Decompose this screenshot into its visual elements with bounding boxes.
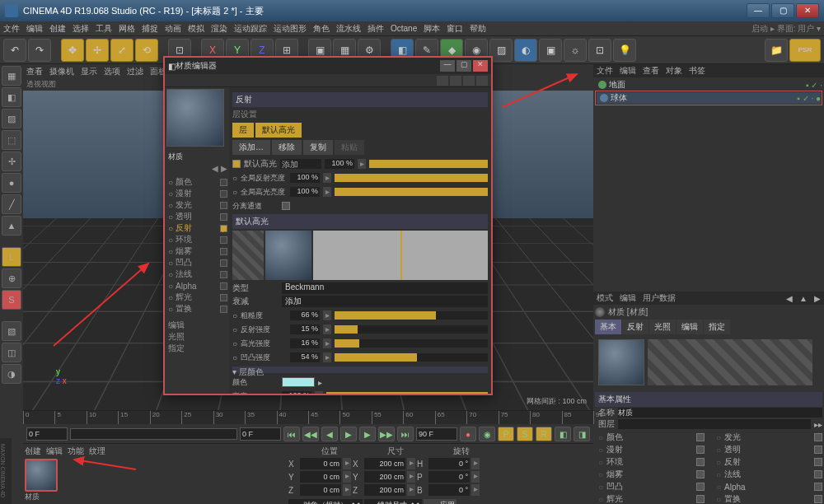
menu-item[interactable]: 角色 <box>313 23 330 35</box>
attr-channel-check[interactable] <box>696 446 705 454</box>
frame-end-field[interactable] <box>416 427 457 441</box>
attr-tab-editor[interactable]: 编辑 <box>677 320 703 334</box>
attr-nav-back[interactable]: ◀ <box>786 294 793 303</box>
channel-checkbox[interactable] <box>220 236 227 244</box>
dialog-max[interactable]: ▢ <box>456 60 471 72</box>
menu-item[interactable]: 文件 <box>3 23 20 35</box>
rot-field[interactable] <box>428 471 470 483</box>
attr-tab-assign[interactable]: 指定 <box>704 320 730 334</box>
snap-toggle[interactable]: ⊕ <box>2 268 21 288</box>
dlg-nav-up[interactable] <box>450 76 461 86</box>
point-mode[interactable]: ● <box>2 173 21 193</box>
dlg-nav-back[interactable] <box>437 76 448 86</box>
xray[interactable]: ◫ <box>2 343 21 362</box>
next-key[interactable]: ▶▶ <box>378 427 395 441</box>
blend-check[interactable] <box>232 160 241 168</box>
attr-channel-check[interactable] <box>696 458 705 466</box>
menu-item[interactable]: 运动图形 <box>274 23 307 35</box>
ch-assign[interactable]: 指定 <box>166 343 227 354</box>
object-mode[interactable]: ⬚ <box>2 130 21 150</box>
size-field[interactable] <box>364 471 405 483</box>
attr-tab-reflect[interactable]: 反射 <box>622 320 648 334</box>
autokey[interactable]: ◉ <box>479 427 495 441</box>
param-slider[interactable] <box>335 188 488 196</box>
layout-label[interactable]: 启动 ▸ 界面: 用户 ▾ <box>751 23 821 35</box>
misc-icon[interactable]: ◑ <box>2 364 21 384</box>
axis-mode[interactable]: ✢ <box>2 152 21 171</box>
channel-checkbox[interactable] <box>220 282 227 290</box>
attr-material-preview[interactable] <box>598 339 644 385</box>
attr-top-tab[interactable]: 用户数据 <box>643 292 676 304</box>
content-browser[interactable]: 📁 <box>765 39 788 62</box>
blend-spinner[interactable]: ▸ <box>358 159 366 169</box>
menu-item[interactable]: 插件 <box>368 23 384 35</box>
redo-button[interactable]: ↷ <box>28 39 51 62</box>
channel-checkbox[interactable] <box>220 271 227 278</box>
tree-item-floor[interactable]: 地面 ▪ ✓ · <box>595 79 822 91</box>
layer-picker[interactable]: ▸▸ <box>814 420 822 429</box>
spec-curve[interactable] <box>313 231 488 280</box>
attr-name-field[interactable] <box>618 408 822 418</box>
channel-item[interactable]: ○透明 <box>166 211 227 222</box>
layer-copy[interactable]: 复制 <box>303 140 333 155</box>
bright-spinner[interactable]: ▸ <box>315 391 323 394</box>
spinner[interactable]: ▸ <box>407 471 415 483</box>
key-rot[interactable]: R <box>536 427 552 441</box>
select-tool[interactable]: ✥ <box>61 39 84 62</box>
layer-color-chip[interactable] <box>282 377 315 387</box>
channel-item[interactable]: ○颜色 <box>166 176 227 188</box>
timeline-ruler[interactable]: 051015202530354045505560657075808590 <box>23 411 593 424</box>
channel-item[interactable]: ○置换 <box>166 303 227 315</box>
channel-checkbox[interactable] <box>220 213 227 221</box>
record-key[interactable]: ● <box>460 427 476 441</box>
pos-field[interactable] <box>300 458 341 469</box>
object-tree[interactable]: 地面 ▪ ✓ · 球体 ▪ ✓ · ● <box>593 77 824 292</box>
attr-channel-check[interactable] <box>814 458 822 466</box>
maximize-button[interactable]: ▢ <box>771 3 794 18</box>
param-value[interactable]: 15 % <box>290 324 320 334</box>
channel-checkbox[interactable]: ✓ <box>220 225 227 232</box>
menu-item[interactable]: 模拟 <box>188 23 204 35</box>
key-scale[interactable]: S <box>517 427 533 441</box>
bright-slider[interactable] <box>326 392 488 394</box>
channel-item[interactable]: ○环境 <box>166 234 227 245</box>
dlg-lock[interactable] <box>476 76 488 86</box>
channel-checkbox[interactable] <box>220 259 227 267</box>
scale-tool[interactable]: ⤢ <box>110 39 133 62</box>
prev-key[interactable]: ◀◀ <box>302 427 319 441</box>
attr-nav-fwd[interactable]: ▶ <box>814 294 821 303</box>
channel-item[interactable]: ○反射✓ <box>166 222 227 234</box>
attr-channel-check[interactable] <box>814 446 822 454</box>
obj-tab[interactable]: 对象 <box>666 65 682 77</box>
attr-channel-check[interactable] <box>814 433 822 441</box>
make-editable[interactable]: ▦ <box>2 66 21 86</box>
menu-item[interactable]: 捕捉 <box>142 23 158 35</box>
mat-tab[interactable]: 编辑 <box>46 446 63 457</box>
menu-item[interactable]: 运动跟踪 <box>234 23 267 35</box>
vp-menu[interactable]: 过滤 <box>127 66 143 77</box>
mat-tab[interactable]: 纹理 <box>89 446 105 457</box>
channel-item[interactable]: ○漫射 <box>166 188 227 199</box>
menu-item[interactable]: 选择 <box>73 23 89 35</box>
spinner[interactable]: ▸ <box>407 458 415 469</box>
channel-checkbox[interactable] <box>220 248 227 255</box>
channel-checkbox[interactable] <box>220 179 227 186</box>
ch-illum[interactable]: 光照 <box>166 331 227 343</box>
menu-item[interactable]: 帮助 <box>470 23 486 35</box>
spinner[interactable]: ▸ <box>323 324 331 334</box>
attr-channel-check[interactable] <box>814 470 822 478</box>
axis-lock[interactable]: L <box>2 247 21 267</box>
channel-item[interactable]: ○凹凸 <box>166 257 227 268</box>
spinner[interactable]: ▸ <box>323 173 331 183</box>
mat-tab[interactable]: 创建 <box>25 446 41 457</box>
channel-checkbox[interactable] <box>220 190 227 198</box>
menu-item[interactable]: 窗口 <box>447 23 463 35</box>
workplane[interactable]: S <box>2 290 21 310</box>
attr-channel-check[interactable] <box>814 483 822 491</box>
spinner[interactable]: ▸ <box>323 352 331 362</box>
poly-mode[interactable]: ▲ <box>2 216 21 236</box>
close-button[interactable]: ✕ <box>796 3 819 18</box>
attr-tab-illum[interactable]: 光照 <box>649 320 676 334</box>
param-value[interactable]: 100 % <box>290 187 320 197</box>
light-bulb-icon[interactable]: 💡 <box>613 39 636 62</box>
